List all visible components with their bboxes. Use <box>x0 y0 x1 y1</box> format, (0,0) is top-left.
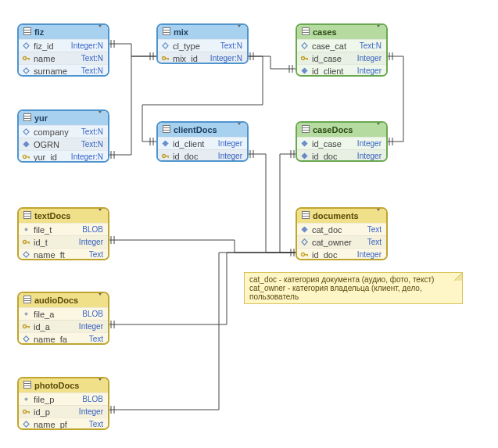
svg-point-90 <box>25 313 28 316</box>
entity-photoDocs[interactable]: photoDocsfile_pBLOBid_pIntegername_pfTex… <box>17 377 109 430</box>
entity-audioDocs[interactable]: audioDocsfile_aBLOBid_aIntegername_faTex… <box>17 292 109 345</box>
field-row[interactable]: nameText:N <box>19 52 108 64</box>
field-type: Integer:N <box>71 152 103 161</box>
field-name: id_case <box>312 54 353 63</box>
entity-clientDocs[interactable]: clientDocsid_clientIntegerid_docInteger <box>156 121 249 162</box>
entity-header[interactable]: mix <box>158 25 247 39</box>
svg-point-82 <box>25 228 28 231</box>
svg-rect-28 <box>24 27 31 34</box>
field-name: file_t <box>34 225 77 235</box>
diamond-icon <box>161 139 170 148</box>
field-row[interactable]: cat_ownerText <box>297 235 386 248</box>
table-icon <box>23 211 31 220</box>
entity-header[interactable]: textDocs <box>19 209 108 223</box>
svg-rect-93 <box>29 326 30 328</box>
entity-header[interactable]: clientDocs <box>158 123 247 137</box>
field-row[interactable]: id_caseInteger <box>297 52 386 64</box>
key-icon <box>22 407 30 416</box>
field-row[interactable]: cl_typeText:N <box>158 39 247 52</box>
field-row[interactable]: name_faText <box>19 332 108 345</box>
entity-documents[interactable]: documentscat_docTextcat_ownerTextid_docI… <box>296 207 388 260</box>
entity-header[interactable]: fiz <box>19 25 108 39</box>
field-row[interactable]: companyText:N <box>19 125 108 138</box>
field-row[interactable]: id_caseInteger <box>297 137 386 149</box>
collapse-icon[interactable] <box>236 27 242 37</box>
collapse-icon[interactable] <box>375 27 382 37</box>
field-row[interactable]: cat_docText <box>297 223 386 235</box>
key-icon <box>300 54 309 63</box>
collapse-icon[interactable] <box>375 211 382 220</box>
entity-title: caseDocs <box>313 125 375 134</box>
entity-yur[interactable]: yurcompanyText:NOGRNText:Nyur_idInteger:… <box>17 109 109 163</box>
entity-cases[interactable]: casescase_catText:Nid_caseIntegerid_clie… <box>296 23 388 77</box>
entity-header[interactable]: audioDocs <box>19 293 108 307</box>
field-type: BLOB <box>82 225 103 234</box>
field-name: cat_owner <box>312 238 363 247</box>
field-row[interactable]: file_aBLOB <box>19 307 108 320</box>
field-row[interactable]: file_pBLOB <box>19 392 108 405</box>
field-name: file_p <box>34 395 77 404</box>
entity-header[interactable]: photoDocs <box>19 378 108 392</box>
field-row[interactable]: id_pInteger <box>19 405 108 418</box>
field-name: fiz_id <box>34 41 66 51</box>
entity-mix[interactable]: mixcl_typeText:Nmix_idInteger:N <box>156 23 249 64</box>
diamond-icon <box>22 41 30 50</box>
field-name: id_case <box>312 139 353 149</box>
svg-rect-65 <box>302 68 307 73</box>
collapse-icon[interactable] <box>97 296 103 305</box>
svg-point-91 <box>23 325 27 328</box>
field-type: Text:N <box>81 127 103 136</box>
svg-rect-54 <box>163 141 168 146</box>
field-row[interactable]: id_clientInteger <box>297 64 386 77</box>
collapse-icon[interactable] <box>97 27 103 37</box>
field-row[interactable]: case_catText:N <box>297 39 386 52</box>
field-row[interactable]: id_docInteger <box>297 149 386 162</box>
entity-title: audioDocs <box>34 296 97 305</box>
collapse-icon[interactable] <box>236 125 242 134</box>
field-row[interactable]: id_docInteger <box>158 149 247 162</box>
field-name: case_cat <box>312 41 355 51</box>
svg-rect-31 <box>23 43 29 48</box>
field-name: company <box>34 127 77 137</box>
entity-textDocs[interactable]: textDocsfile_tBLOBid_tIntegername_ftText <box>17 207 109 260</box>
collapse-icon[interactable] <box>375 125 382 134</box>
field-row[interactable]: name_ftText <box>19 248 108 260</box>
entity-header[interactable]: documents <box>297 209 386 223</box>
entity-header[interactable]: yur <box>19 111 108 125</box>
table-icon <box>302 211 310 220</box>
svg-rect-61 <box>302 43 307 48</box>
svg-rect-95 <box>24 381 31 388</box>
field-row[interactable]: yur_idInteger:N <box>19 150 108 163</box>
entity-caseDocs[interactable]: caseDocsid_caseIntegerid_docInteger <box>296 121 388 162</box>
field-row[interactable]: surnameText:N <box>19 64 108 77</box>
field-row[interactable]: mix_idInteger:N <box>158 52 247 64</box>
field-row[interactable]: OGRNText:N <box>19 138 108 150</box>
entity-header[interactable]: caseDocs <box>297 123 386 137</box>
field-type: Text:N <box>360 41 382 50</box>
field-row[interactable]: id_tInteger <box>19 235 108 248</box>
collapse-icon[interactable] <box>97 381 103 390</box>
field-type: Text <box>89 250 103 259</box>
svg-rect-75 <box>302 239 307 245</box>
field-row[interactable]: fiz_idInteger:N <box>19 39 108 52</box>
collapse-icon[interactable] <box>97 211 103 220</box>
svg-point-76 <box>302 253 305 256</box>
entity-title: cases <box>313 27 375 37</box>
svg-rect-57 <box>168 156 169 158</box>
entity-header[interactable]: cases <box>297 25 386 39</box>
field-type: BLOB <box>82 310 103 318</box>
field-row[interactable]: id_aInteger <box>19 320 108 332</box>
collapse-icon[interactable] <box>97 113 103 123</box>
entity-fiz[interactable]: fizfiz_idInteger:NnameText:NsurnameText:… <box>17 23 109 77</box>
diamond-icon <box>22 66 30 75</box>
field-row[interactable]: id_docInteger <box>297 248 386 260</box>
svg-point-62 <box>302 57 305 60</box>
svg-rect-74 <box>302 227 307 232</box>
field-row[interactable]: id_clientInteger <box>158 137 247 149</box>
field-row[interactable]: file_tBLOB <box>19 223 108 235</box>
key-icon <box>22 238 30 246</box>
note-line: cat_owner - категория владельца (клиент,… <box>249 284 457 301</box>
dot-icon <box>22 395 30 403</box>
field-type: Integer <box>357 66 382 75</box>
field-row[interactable]: name_pfText <box>19 418 108 430</box>
